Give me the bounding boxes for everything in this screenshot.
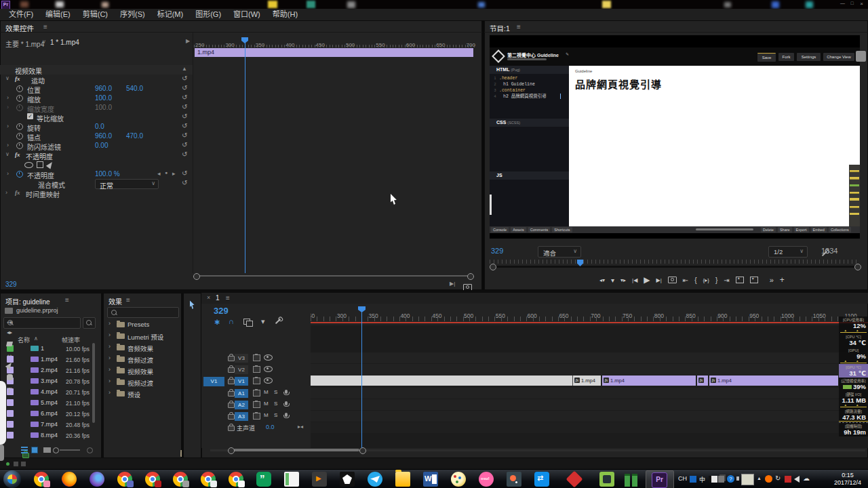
project-scrollbar[interactable] bbox=[92, 343, 95, 423]
clip-name[interactable]: 1 bbox=[41, 345, 44, 352]
ec-row-scale[interactable]: › 缩放 100.0 ↺ bbox=[0, 94, 193, 103]
play-in-out-button[interactable]: {▸} bbox=[703, 277, 709, 283]
project-row[interactable]: 1.mp4 21.60 fps bbox=[0, 354, 99, 365]
tray-cloud-icon[interactable]: ☁ bbox=[803, 474, 810, 482]
taskbar-foobar2000-icon[interactable] bbox=[340, 472, 355, 487]
position-x-value[interactable]: 960.0 bbox=[95, 85, 112, 92]
code-line[interactable]: h2 品牌網頁視覺引導 bbox=[503, 94, 547, 100]
sequence-clip-label[interactable]: 1 * 1.mp4 bbox=[50, 39, 79, 46]
source-patch-v1[interactable]: V1 bbox=[203, 377, 224, 386]
slip-tool[interactable]: ↔ bbox=[5, 350, 14, 360]
track-lock-icon[interactable] bbox=[228, 391, 235, 396]
twirl-closed-icon[interactable]: › bbox=[108, 320, 111, 327]
rotation-value[interactable]: 0.0 bbox=[95, 123, 104, 130]
sync-lock-icon[interactable] bbox=[253, 378, 260, 384]
zoom-slider-track[interactable] bbox=[60, 449, 80, 451]
collapse-section-icon[interactable]: ▲ bbox=[182, 66, 187, 72]
scale-value[interactable]: 100.0 bbox=[95, 94, 112, 102]
stopwatch-icon[interactable] bbox=[16, 123, 23, 130]
effects-bin-label[interactable]: 视频效果 bbox=[127, 367, 153, 376]
tray-ime-chinese[interactable]: 中 bbox=[699, 475, 705, 484]
pen-mask-icon[interactable] bbox=[46, 161, 54, 169]
project-row[interactable]: 5.mp4 21.10 fps bbox=[0, 397, 99, 408]
stopwatch-icon[interactable] bbox=[16, 142, 23, 149]
twirl-open-icon[interactable]: ∨ bbox=[5, 75, 9, 81]
clip-name[interactable]: 4.mp4 bbox=[41, 388, 58, 395]
stopwatch-icon[interactable] bbox=[16, 95, 23, 102]
editor-scrollbar[interactable] bbox=[490, 195, 492, 215]
track-name-a2[interactable]: A2 bbox=[235, 401, 248, 409]
ec-row-motion[interactable]: ∨ fx 运动 ↺ bbox=[0, 75, 193, 84]
resolution-dropdown[interactable]: 1/2 ∨ bbox=[768, 246, 808, 258]
effects-bin-label[interactable]: Lumetri 预设 bbox=[127, 332, 163, 342]
panel-menu-icon[interactable]: ≡ bbox=[43, 23, 47, 30]
twirl-closed-icon[interactable]: › bbox=[7, 123, 9, 129]
icon-view-button[interactable] bbox=[31, 447, 38, 453]
track-output-eye-icon[interactable] bbox=[264, 366, 273, 372]
project-search-input[interactable] bbox=[3, 317, 81, 329]
track-output-eye-icon[interactable] bbox=[264, 354, 273, 361]
twirl-closed-icon[interactable]: › bbox=[108, 378, 111, 384]
reset-icon[interactable]: ↺ bbox=[182, 141, 187, 148]
effects-bin-label[interactable]: Presets bbox=[127, 321, 149, 328]
codepen-footer-button[interactable]: Export bbox=[794, 227, 809, 232]
zoom-slider-knob[interactable] bbox=[53, 447, 59, 453]
tray-ime-mode-icon[interactable] bbox=[709, 476, 717, 483]
list-view-button[interactable] bbox=[21, 447, 28, 453]
taskbar-capture-icon[interactable] bbox=[599, 472, 614, 487]
chevron-down-icon[interactable]: ∨ bbox=[42, 39, 46, 45]
tray-volume-icon[interactable] bbox=[794, 476, 800, 483]
ellipse-mask-icon[interactable] bbox=[24, 162, 33, 168]
taskbar-chrome-app5-icon[interactable] bbox=[201, 472, 216, 487]
track-lock-icon[interactable] bbox=[228, 356, 235, 361]
change-view-button[interactable]: Change View bbox=[823, 53, 854, 61]
pen-tool[interactable] bbox=[5, 362, 14, 371]
timeline-clip[interactable]: fx bbox=[697, 375, 708, 386]
master-clip-label[interactable]: 主要 * 1.mp4 bbox=[5, 39, 44, 49]
codepen-footer-button[interactable]: Delete bbox=[761, 227, 776, 232]
ec-row-rotation[interactable]: › 旋转 0.0 ↺ bbox=[0, 122, 193, 131]
taskbar-teamviewer-icon[interactable] bbox=[534, 472, 549, 487]
lane-a2[interactable] bbox=[311, 399, 868, 410]
sync-lock-icon[interactable] bbox=[253, 401, 260, 408]
codepen-footer-button[interactable]: Embed bbox=[811, 227, 827, 232]
timeline-clip[interactable]: fx 1.mp4 bbox=[602, 375, 696, 386]
track-lock-icon[interactable] bbox=[228, 367, 235, 373]
taskbar-firefox-nightly-icon[interactable] bbox=[90, 472, 104, 487]
track-name-v2[interactable]: V2 bbox=[235, 365, 248, 374]
lane-master[interactable] bbox=[311, 422, 868, 433]
reset-icon[interactable]: ↺ bbox=[182, 84, 187, 92]
timeline-settings-wrench-icon[interactable] bbox=[275, 319, 281, 324]
next-keyframe-icon[interactable]: ▸ bbox=[172, 170, 176, 177]
timeline-clip-selected[interactable] bbox=[311, 375, 573, 386]
selection-tool[interactable] bbox=[188, 300, 197, 310]
taskbar-premiere-icon[interactable]: Pr bbox=[652, 472, 667, 488]
step-back-button[interactable]: |◀ bbox=[632, 277, 637, 283]
add-button[interactable]: + bbox=[780, 275, 785, 285]
ec-row-antiflicker[interactable]: › 防闪烁滤镜 0.00 ↺ bbox=[0, 141, 193, 150]
track-name-a1[interactable]: A1 bbox=[235, 389, 248, 398]
reset-icon[interactable]: ↺ bbox=[182, 122, 187, 129]
ec-row-uniform-scale[interactable]: ✓ 等比缩放 ↺ bbox=[0, 113, 193, 122]
codepen-footer-button[interactable]: Share bbox=[778, 227, 792, 232]
menu-item[interactable]: 序列(S) bbox=[114, 9, 151, 20]
clip-name[interactable]: 3.mp4 bbox=[41, 378, 58, 384]
track-output-eye-icon[interactable] bbox=[264, 378, 273, 384]
ec-clip-bar[interactable]: 1.mp4 bbox=[195, 48, 473, 57]
mark-in-button[interactable]: { bbox=[694, 277, 696, 284]
project-row[interactable]: 7.mp4 20.48 fps bbox=[0, 419, 99, 430]
panel-divider-vertical[interactable] bbox=[482, 20, 484, 290]
lift-button[interactable] bbox=[736, 277, 744, 283]
lane-a1[interactable] bbox=[311, 388, 868, 399]
menu-item[interactable]: 窗口(W) bbox=[227, 9, 267, 20]
solo-button[interactable]: S bbox=[274, 412, 277, 418]
html-editor-header[interactable]: HTML (Pug) ∨ bbox=[490, 66, 576, 74]
window-maximize-button[interactable]: □ bbox=[848, 1, 856, 7]
menu-item[interactable]: 帮助(H) bbox=[267, 9, 304, 20]
ec-scroll-knob-right[interactable] bbox=[467, 273, 474, 280]
stopwatch-icon[interactable] bbox=[16, 133, 23, 140]
ec-play-icon[interactable]: ▶| bbox=[450, 281, 455, 287]
label-color-chip[interactable] bbox=[7, 432, 14, 439]
taskbar-chrome-app4-icon[interactable] bbox=[173, 472, 188, 487]
taskbar-chrome-app6-icon[interactable] bbox=[229, 472, 243, 487]
